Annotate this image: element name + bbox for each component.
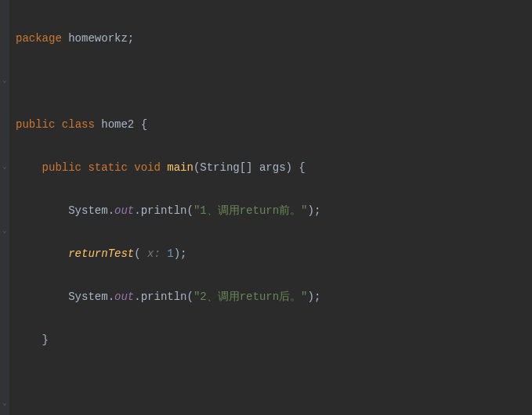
keyword-public: public [42, 161, 81, 174]
out-field: out [114, 204, 134, 217]
dot: . [134, 290, 140, 303]
system-class: System [68, 204, 107, 217]
keyword-class: class [62, 118, 95, 131]
code-editor[interactable]: ⌄ ⌄ ⌄ ⌄ package homeworkz; public class … [0, 0, 532, 415]
paren: ); [174, 247, 187, 260]
paren: ( [186, 290, 193, 303]
class-name: home2 [101, 118, 134, 131]
code-line[interactable] [16, 71, 532, 93]
dot: . [108, 290, 114, 303]
keyword-void: void [134, 161, 161, 174]
keyword-package: package [16, 32, 62, 45]
keyword-static: static [88, 161, 127, 174]
println-method: println [141, 290, 187, 303]
brace: } [42, 334, 49, 346]
dot: . [108, 204, 114, 217]
brackets: [] [240, 161, 259, 174]
dot: . [134, 204, 140, 217]
system-class: System [68, 290, 107, 303]
code-line[interactable]: System.out.println("2、调用return后。"); [16, 287, 532, 309]
code-line[interactable]: returnTest( x: 1); [16, 244, 532, 265]
semicolon: ; [128, 32, 134, 45]
code-line[interactable]: } [16, 330, 532, 352]
string-literal: "1、调用return前。" [194, 204, 308, 217]
fold-mark[interactable]: ⌄ [2, 227, 8, 235]
param-hint: x: [141, 247, 168, 260]
println-method: println [141, 204, 187, 217]
fold-mark[interactable]: ⌄ [2, 399, 8, 407]
paren: ( [134, 247, 140, 260]
paren: ) { [286, 161, 306, 174]
paren: ); [308, 204, 321, 217]
method-call: returnTest [68, 247, 134, 260]
keyword-public: public [16, 118, 55, 131]
method-main: main [167, 161, 194, 174]
number-literal: 1 [167, 247, 173, 260]
type-string: String [200, 161, 239, 174]
gutter: ⌄ ⌄ ⌄ ⌄ [0, 0, 9, 415]
package-name: homeworkz [68, 32, 128, 45]
code-line[interactable]: public static void main(String[] args) { [16, 157, 532, 179]
param-args: args [259, 161, 286, 174]
code-area[interactable]: package homeworkz; public class home2 { … [9, 0, 532, 415]
code-line[interactable]: public class home2 { [16, 114, 532, 136]
code-line[interactable] [16, 373, 532, 395]
fold-mark[interactable]: ⌄ [2, 163, 8, 171]
paren: ( [186, 204, 193, 217]
string-literal: "2、调用return后。" [194, 290, 308, 303]
out-field: out [114, 290, 134, 303]
code-line[interactable]: System.out.println("1、调用return前。"); [16, 200, 532, 222]
code-line[interactable]: package homeworkz; [16, 28, 532, 50]
paren: ); [308, 290, 321, 303]
brace: { [141, 118, 147, 131]
fold-mark[interactable]: ⌄ [2, 77, 8, 85]
